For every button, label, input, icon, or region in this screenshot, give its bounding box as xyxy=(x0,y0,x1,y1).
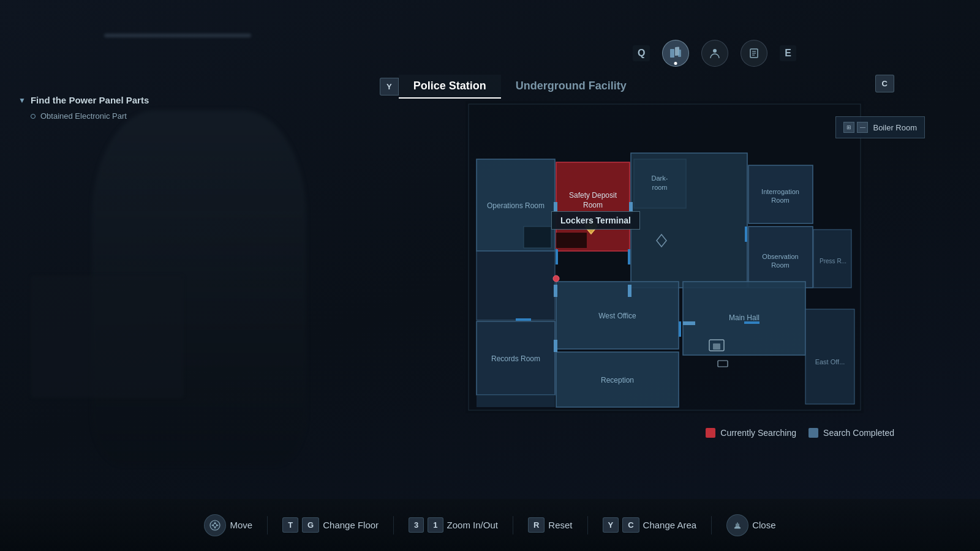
ctrl-g-key[interactable]: G xyxy=(302,517,319,533)
svg-text:room: room xyxy=(652,184,667,191)
svg-rect-40 xyxy=(554,285,557,297)
ctrl-zoom-label: Zoom In/Out xyxy=(447,520,498,530)
svg-rect-67 xyxy=(556,249,558,264)
svg-text:Safety Deposit: Safety Deposit xyxy=(569,191,617,200)
tab-underground-facility[interactable]: Underground Facility xyxy=(501,75,641,99)
divider-4 xyxy=(587,516,588,534)
svg-rect-69 xyxy=(516,318,531,321)
ctrl-c-key[interactable]: C xyxy=(622,517,639,533)
divider-3 xyxy=(513,516,513,534)
svg-text:Dark-: Dark- xyxy=(652,174,668,182)
svg-rect-70 xyxy=(679,321,681,337)
svg-rect-2 xyxy=(678,50,681,57)
legend-completed: Search Completed xyxy=(809,428,894,438)
ctrl-change-area: Y C Change Area xyxy=(603,517,697,533)
svg-text:Interrogation: Interrogation xyxy=(761,188,799,195)
legend-searching-dot xyxy=(706,428,715,438)
svg-text:East Off...: East Off... xyxy=(815,358,845,365)
files-icon-btn[interactable] xyxy=(741,40,767,67)
ctrl-close: Close xyxy=(726,514,775,536)
svg-rect-71 xyxy=(744,321,760,324)
objective-bullet-icon xyxy=(31,114,36,119)
ctrl-change-area-label: Change Area xyxy=(643,520,697,530)
objective-title: Find the Power Panel Parts xyxy=(31,95,149,105)
ctrl-move-label: Move xyxy=(230,520,252,530)
svg-text:Observation: Observation xyxy=(762,253,798,260)
e-key-hint[interactable]: E xyxy=(780,45,796,61)
hud-icons: Q E xyxy=(633,40,796,67)
ctrl-1-key[interactable]: 1 xyxy=(428,517,443,533)
svg-rect-41 xyxy=(554,340,557,352)
ctrl-change-floor: T G Change Floor xyxy=(282,517,379,533)
ctrl-r-key[interactable]: R xyxy=(528,517,545,533)
svg-text:Records Room: Records Room xyxy=(491,354,540,363)
ctrl-move: Move xyxy=(204,514,252,536)
tab-police-station[interactable]: Police Station xyxy=(399,75,501,99)
ctrl-y-key[interactable]: Y xyxy=(603,517,619,533)
controls-bar: Move T G Change Floor 3 1 Zoom In/Out R … xyxy=(0,499,980,551)
svg-rect-45 xyxy=(556,233,587,248)
svg-rect-68 xyxy=(628,249,630,264)
objective-sub-text: Obtained Electronic Part xyxy=(40,111,127,121)
divider-1 xyxy=(267,516,268,534)
ctrl-t-key[interactable]: T xyxy=(282,517,298,533)
divider-5 xyxy=(711,516,712,534)
boiler-icon-1: ⊞ xyxy=(843,122,854,133)
ctrl-zoom: 3 1 Zoom In/Out xyxy=(409,517,498,533)
objective-sub: Obtained Electronic Part xyxy=(18,111,149,121)
svg-text:West Office: West Office xyxy=(598,312,636,320)
svg-text:Reception: Reception xyxy=(601,376,634,384)
map-icon-dot xyxy=(674,62,677,65)
svg-text:Operations Room: Operations Room xyxy=(487,201,545,210)
svg-rect-36 xyxy=(477,395,555,407)
map-area[interactable]: Operations Room Safety Deposit Room Dark… xyxy=(466,101,864,413)
svg-text:Main Hall: Main Hall xyxy=(729,313,760,322)
svg-point-3 xyxy=(713,49,717,53)
svg-rect-0 xyxy=(670,49,674,58)
svg-rect-43 xyxy=(524,227,551,248)
ctrl-3-key[interactable]: 3 xyxy=(409,517,424,533)
boiler-room-icons: ⊞ — xyxy=(843,122,868,133)
character-icon-btn[interactable] xyxy=(701,40,728,67)
boiler-room-label: Boiler Room xyxy=(873,123,917,132)
locker-terminal-tooltip: Lockers Terminal xyxy=(551,211,640,230)
ctrl-change-floor-label: Change Floor xyxy=(323,520,379,530)
svg-rect-50 xyxy=(713,343,720,350)
boiler-room-panel: ⊞ — Boiler Room xyxy=(835,116,925,138)
legend-searching: Currently Searching xyxy=(706,428,796,438)
svg-rect-34 xyxy=(477,251,555,320)
svg-point-73 xyxy=(553,276,559,282)
legend-completed-text: Search Completed xyxy=(823,428,894,438)
boiler-icon-2: — xyxy=(857,122,868,133)
svg-rect-16 xyxy=(631,153,747,288)
y-key[interactable]: Y xyxy=(380,78,399,96)
ctrl-close-label[interactable]: Close xyxy=(752,520,775,530)
svg-text:Room: Room xyxy=(583,201,603,209)
svg-text:Press R...: Press R... xyxy=(820,258,846,264)
ctrl-reset-label: Reset xyxy=(548,520,572,530)
chevron-icon: ▼ xyxy=(18,96,26,105)
svg-rect-30 xyxy=(805,309,854,404)
objective-main: ▼ Find the Power Panel Parts xyxy=(18,95,149,105)
ctrl-reset: R Reset xyxy=(528,517,573,533)
objectives-panel: ▼ Find the Power Panel Parts Obtained El… xyxy=(18,95,149,121)
move-icon xyxy=(204,514,226,536)
svg-rect-39 xyxy=(628,285,631,297)
legend: Currently Searching Search Completed xyxy=(706,428,894,438)
divider-2 xyxy=(393,516,394,534)
c-close-key[interactable]: C xyxy=(875,75,894,92)
svg-rect-72 xyxy=(745,227,747,242)
close-hand-icon xyxy=(726,514,748,536)
svg-text:Room: Room xyxy=(771,261,789,269)
legend-searching-text: Currently Searching xyxy=(720,428,796,438)
map-icon-btn[interactable] xyxy=(662,40,689,67)
svg-rect-79 xyxy=(734,527,741,529)
svg-rect-42 xyxy=(683,321,695,325)
chair-silhouette xyxy=(31,276,184,398)
location-tabs: Y Police Station Underground Facility xyxy=(380,75,641,99)
svg-text:Room: Room xyxy=(771,197,789,204)
q-key-hint[interactable]: Q xyxy=(633,45,650,61)
legend-completed-dot xyxy=(809,428,818,438)
